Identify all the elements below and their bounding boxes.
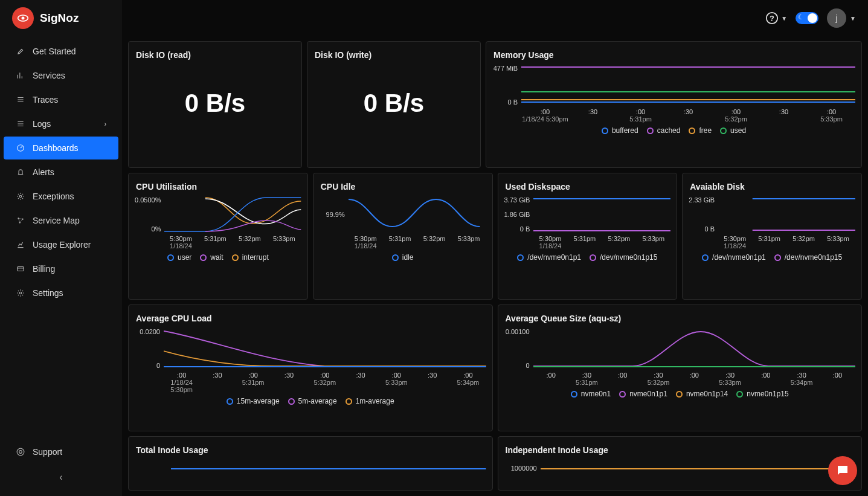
legend-item[interactable]: nvme0n1p1 [619, 390, 667, 398]
sidebar-item-traces[interactable]: Traces [4, 88, 118, 111]
sidebar-item-get-started[interactable]: Get Started [4, 40, 118, 63]
sidebar-item-label: Billing [33, 264, 55, 274]
panel-used-diskspace[interactable]: Used Diskspace 3.73 GiB 1.86 GiB 0 B 5 [498, 173, 678, 300]
legend-item[interactable]: buffered [602, 126, 638, 135]
legend-swatch [517, 254, 524, 261]
sidebar-collapse[interactable]: ‹ [0, 465, 122, 490]
x-tick: :30 [569, 108, 617, 123]
legend-item[interactable]: free [689, 126, 712, 135]
x-axis: 5:30pm1/18/245:31pm5:32pm5:33pm [320, 233, 486, 250]
legend-item[interactable]: 1m-average [346, 397, 394, 405]
x-tick: 5:31pm [567, 235, 602, 250]
x-tick: 5:33pm [821, 235, 855, 250]
panel-title: Independent Inode Usage [504, 443, 856, 460]
bell-icon [16, 167, 25, 177]
sidebar-item-service-map[interactable]: Service Map [4, 209, 118, 232]
svg-point-11 [19, 292, 22, 294]
panel-title: Disk IO (read) [135, 48, 295, 65]
x-tick: :30 [199, 372, 235, 393]
panel-average-cpu-load[interactable]: Average CPU Load 0.0200 0 :001/18/2 [128, 304, 493, 431]
x-tick: :005:34pm [450, 372, 486, 393]
caret-down-icon: ▼ [781, 15, 787, 22]
legend-swatch [689, 127, 695, 134]
legend: bufferedcachedfreeused [492, 123, 855, 135]
y-axis: 0.0200 0 [135, 328, 164, 369]
x-tick: 5:33pm [636, 235, 670, 250]
legend-swatch [774, 254, 781, 261]
legend-item[interactable]: cached [647, 126, 681, 135]
legend-item[interactable]: wait [200, 253, 223, 262]
legend-item[interactable]: interrupt [232, 253, 269, 262]
x-tick: 5:30pm1/18/24 [349, 235, 383, 250]
y-axis: 477 MiB 0 B [492, 65, 521, 106]
x-axis: 5:30pm1/18/245:31pm5:32pm5:33pm [689, 233, 855, 250]
legend-item[interactable]: /dev/nvme0n1p1 [517, 253, 581, 262]
chart-plot [533, 196, 670, 233]
panel-independent-inode-usage[interactable]: Independent Inode Usage 1000000 [498, 436, 863, 491]
chart-plot [533, 328, 856, 369]
x-tick: :30 [760, 108, 808, 123]
panel-average-queue-size[interactable]: Average Queue Size (aqu-sz) 0.00100 0 :0… [498, 304, 863, 431]
sidebar-item-label: Services [33, 71, 65, 80]
legend-item[interactable]: nvme0n1p15 [736, 390, 788, 398]
lines-icon [16, 95, 25, 105]
chat-fab[interactable] [828, 456, 857, 485]
legend-item[interactable]: 5m-average [288, 397, 337, 405]
toggle-knob [808, 13, 817, 23]
panel-available-disk[interactable]: Avaiable Disk 2.33 GiB 0 B 5:30pm1/18/24… [682, 173, 862, 300]
sidebar-item-support[interactable]: Support [4, 440, 118, 463]
legend-item[interactable]: user [167, 253, 191, 262]
panel-disk-io-read[interactable]: Disk IO (read) 0 B/s [128, 41, 302, 168]
sidebar-item-logs[interactable]: Logs› [4, 112, 118, 135]
legend-label: user [178, 253, 191, 262]
chevron-left-icon: ‹ [59, 472, 62, 483]
x-tick: :00 [748, 372, 783, 386]
avatar: j [827, 8, 846, 28]
panel-total-inode-usage[interactable]: Total Inode Usage [128, 436, 493, 491]
y-axis: 0.00100 0 [504, 328, 533, 369]
x-tick: :305:31pm [569, 372, 605, 386]
theme-toggle[interactable]: ☾ [796, 12, 818, 24]
svg-point-1 [22, 17, 25, 20]
main: Disk IO (read) 0 B/s Disk IO (write) 0 B… [122, 0, 868, 496]
legend: /dev/nvme0n1p1/dev/nvme0n1p15 [504, 250, 671, 262]
y-tick: 1000000 [504, 460, 541, 478]
x-tick: :00 [677, 372, 712, 386]
x-axis: :00:305:31pm:00:305:32pm:00:305:33pm:00:… [504, 369, 856, 386]
x-tick: 5:32pm [233, 235, 267, 250]
user-menu[interactable]: j ▼ [827, 8, 856, 28]
legend-item[interactable]: used [720, 126, 746, 135]
legend-label: nvme0n1p15 [747, 390, 788, 398]
legend-item[interactable]: 15m-average [227, 397, 280, 405]
legend-item[interactable]: /dev/nvme0n1p15 [590, 253, 657, 262]
sidebar-item-billing[interactable]: Billing [4, 257, 118, 280]
sidebar-item-label: Get Started [33, 47, 76, 56]
x-tick: 5:31pm [198, 235, 233, 250]
panel-memory-usage[interactable]: Memory Usage 477 MiB 0 B [486, 41, 862, 168]
help-menu[interactable]: ? ▼ [765, 11, 787, 25]
legend-item[interactable]: nvme0n1 [571, 390, 611, 398]
x-axis: :001/18/24 5:30pm:30:005:31pm:30:005:32p… [135, 369, 486, 393]
svg-point-5 [19, 195, 22, 198]
x-tick: :00 [820, 372, 855, 386]
panel-cpu-utilisation[interactable]: CPU Utilisation 0.0500% 0% [128, 173, 308, 300]
x-tick: :005:33pm [808, 108, 855, 123]
sidebar-item-exceptions[interactable]: Exceptions [4, 185, 118, 208]
panel-cpu-idle[interactable]: CPU Idle 99.9% 5:30pm1/18/245:31pm5:32pm… [313, 173, 493, 300]
legend-item[interactable]: nvme0n1p14 [676, 390, 728, 398]
sidebar-item-settings[interactable]: Settings [4, 282, 118, 304]
legend-item[interactable]: /dev/nvme0n1p15 [774, 253, 842, 262]
sidebar-item-alerts[interactable]: Alerts [4, 161, 118, 184]
sidebar: Get StartedServicesTracesLogs›Dashboards… [0, 0, 122, 496]
legend-item[interactable]: /dev/nvme0n1p1 [702, 253, 766, 262]
legend-item[interactable]: idle [392, 253, 414, 262]
legend-label: interrupt [242, 253, 269, 262]
sidebar-item-usage-explorer[interactable]: Usage Explorer [4, 233, 118, 256]
y-axis: 2.33 GiB 0 B [689, 196, 718, 233]
brand-name: SigNoz [40, 11, 79, 25]
sidebar-item-dashboards[interactable]: Dashboards [4, 137, 118, 159]
sidebar-item-services[interactable]: Services [4, 64, 118, 87]
legend: userwaitinterrupt [135, 250, 301, 262]
panel-disk-io-write[interactable]: Disk IO (write) 0 B/s [307, 41, 481, 168]
brand[interactable]: SigNoz [12, 7, 79, 29]
